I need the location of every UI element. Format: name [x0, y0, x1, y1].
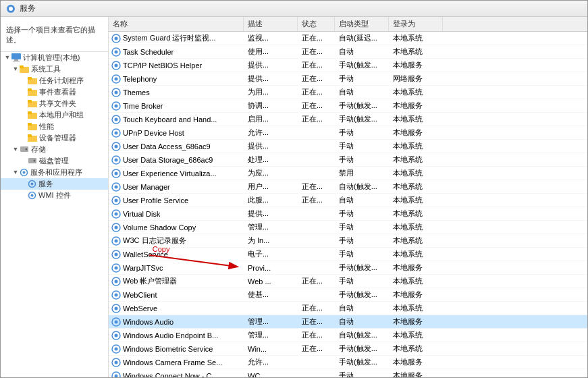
service-row[interactable]: W3C 日志记录服务 为 In... 手动 本地系统 — [109, 234, 587, 248]
tree-item-performance[interactable]: 性能 — [1, 121, 108, 132]
service-name-col: WebServe — [109, 303, 244, 314]
service-name: Volume Shadow Copy — [123, 223, 196, 232]
service-name: System Guard 运行时监视... — [123, 33, 216, 43]
service-login: 本地系统 — [389, 248, 443, 260]
tree-item-shared-folders[interactable]: 共享文件夹 — [1, 98, 108, 109]
service-icon — [111, 101, 121, 111]
tree-item-device-manager[interactable]: 设备管理器 — [1, 132, 108, 144]
service-startup: 手动 — [335, 221, 389, 233]
tree-container: ▼ 计算机管理(本地) ▼ 系统工具 任务计划程序 事件查看器 共享文件夹 本地… — [1, 52, 108, 201]
svg-rect-3 — [14, 59, 18, 61]
svg-rect-10 — [28, 88, 32, 91]
tree-item-local-users[interactable]: 本地用户和组 — [1, 109, 108, 121]
service-name: Windows Biometric Service — [123, 345, 213, 353]
service-login: 本地服务 — [389, 289, 443, 300]
tree-item-wmi[interactable]: WMI 控件 — [1, 190, 108, 201]
tree-item-storage[interactable]: ▼ 存储 — [1, 144, 108, 155]
svg-point-74 — [115, 333, 118, 337]
service-name-col: WebClient — [109, 290, 244, 300]
service-name: Themes — [123, 88, 150, 97]
service-row[interactable]: Task Scheduler 使用... 正在... 自动 本地系统 — [109, 45, 587, 59]
svg-point-28 — [31, 194, 34, 196]
service-icon — [111, 223, 121, 232]
tree-icon-local-users — [28, 111, 37, 119]
service-row[interactable]: User Profile Service 此服... 正在... 自动 本地系统 — [109, 194, 587, 207]
service-row[interactable]: WebClient 使基... 手动(触发... 本地服务 — [109, 288, 587, 302]
service-row[interactable]: WarpJITSvc Provi... 手动(触发... 本地服务 — [109, 261, 587, 275]
tree-icon-services-apps — [20, 168, 28, 177]
service-row[interactable]: TCP/IP NetBIOS Helper 提供... 正在... 手动(触发.… — [109, 59, 587, 72]
service-row[interactable]: Themes 为用... 正在... 自动 本地系统 — [109, 86, 587, 99]
tree-item-event-viewer[interactable]: 事件查看器 — [1, 86, 108, 98]
service-row[interactable]: Windows Biometric Service Win... 正在... 手… — [109, 342, 587, 356]
service-startup: 手动(触发... — [335, 343, 389, 354]
service-status: 正在... — [298, 181, 335, 192]
service-login: 本地系统 — [389, 140, 443, 152]
service-name-col: Telephony — [109, 74, 244, 84]
service-row[interactable]: Windows Connect Now - C... WC... 手动 本地服务 — [109, 369, 587, 377]
tree-item-system-tools[interactable]: ▼ 系统工具 — [1, 63, 108, 75]
svg-point-68 — [115, 293, 118, 296]
service-desc: 管理... — [244, 329, 298, 341]
service-row[interactable]: WebServe 正在... 自动 本地系统 — [109, 302, 587, 315]
service-name: Task Scheduler — [123, 48, 173, 56]
tree-label-local-users: 本地用户和组 — [39, 110, 84, 120]
col-header-login[interactable]: 登录为 — [389, 17, 443, 31]
service-row[interactable]: UPnP Device Host 允许... 手动 本地服务 — [109, 126, 587, 140]
service-row[interactable]: Web 帐户管理器 Web ... 正在... 手动 本地系统 — [109, 275, 587, 288]
tree-label-task-scheduler: 任务计划程序 — [39, 76, 84, 86]
service-row[interactable]: Windows Audio Endpoint B... 管理... 正在... … — [109, 329, 587, 342]
service-row[interactable]: User Data Access_686ac9 提供... 手动 本地系统 — [109, 140, 587, 153]
tree-item-task-scheduler[interactable]: 任务计划程序 — [1, 75, 108, 86]
service-row[interactable]: System Guard 运行时监视... 监视... 正在... 自动(延迟.… — [109, 32, 587, 45]
service-login: 本地服务 — [389, 356, 443, 368]
service-status: 正在... — [298, 73, 335, 84]
service-startup: 禁用 — [335, 167, 389, 179]
service-desc: 电子... — [244, 248, 298, 260]
service-row[interactable]: Time Broker 协调... 正在... 手动(触发... 本地服务 — [109, 99, 587, 113]
tree-icon-shared-folders — [28, 99, 37, 107]
svg-point-70 — [115, 306, 118, 310]
service-row[interactable]: User Experience Virtualiza... 为应... 禁用 本… — [109, 167, 587, 180]
service-row[interactable]: User Data Storage_686ac9 处理... 手动 本地系统 — [109, 153, 587, 167]
service-desc: 此服... — [244, 194, 298, 206]
tree-item-disk-management[interactable]: 磁盘管理 — [1, 155, 108, 167]
col-header-desc[interactable]: 描述 — [244, 17, 298, 31]
service-row[interactable]: WalletService 电子... 手动 本地系统 — [109, 248, 587, 261]
col-header-status[interactable]: 状态 — [298, 17, 335, 31]
service-row[interactable]: Touch Keyboard and Hand... 启用... 正在... 手… — [109, 113, 587, 126]
service-login: 本地系统 — [389, 86, 443, 98]
service-status: 正在... — [298, 329, 335, 341]
tree-item-services[interactable]: 服务 — [1, 178, 108, 190]
svg-point-52 — [115, 185, 118, 188]
service-icon — [111, 331, 121, 340]
service-row[interactable]: Windows Audio 管理... 正在... 自动 本地服务 — [109, 315, 587, 329]
service-desc: 提供... — [244, 140, 298, 152]
service-name: Windows Camera Frame Se... — [123, 358, 222, 367]
service-row[interactable]: Telephony 提供... 正在... 手动 网络服务 — [109, 72, 587, 86]
service-row[interactable]: Windows Camera Frame Se... 允许... 手动(触发..… — [109, 356, 587, 369]
service-icon — [111, 277, 121, 286]
tree-item-services-apps[interactable]: ▼ 服务和应用程序 — [1, 167, 108, 178]
service-row[interactable]: User Manager 用户... 正在... 自动(触发... 本地系统 — [109, 180, 587, 194]
service-name-col: UPnP Device Host — [109, 128, 244, 138]
col-header-startup[interactable]: 启动类型 — [335, 17, 389, 31]
tree-label-services: 服务 — [38, 179, 53, 189]
service-status: 正在... — [298, 316, 335, 327]
service-icon — [111, 34, 121, 43]
service-row[interactable]: Volume Shadow Copy 管理... 手动 本地系统 — [109, 221, 587, 234]
svg-point-42 — [115, 117, 118, 121]
service-startup: 自动(触发... — [335, 329, 389, 341]
service-desc: 用户... — [244, 181, 298, 192]
service-row[interactable]: Virtual Disk 提供... 手动 本地系统 — [109, 207, 587, 221]
tree-item-computer[interactable]: ▼ 计算机管理(本地) — [1, 52, 108, 63]
service-desc: Web ... — [244, 277, 298, 286]
service-name-col: TCP/IP NetBIOS Helper — [109, 60, 244, 71]
service-name: WarpJITSvc — [123, 264, 163, 272]
service-login: 本地系统 — [389, 46, 443, 57]
col-header-name[interactable]: 名称 — [109, 17, 244, 31]
service-login: 本地系统 — [389, 235, 443, 246]
service-status — [298, 294, 335, 296]
svg-point-60 — [115, 239, 118, 242]
column-headers: 名称 描述 状态 启动类型 登录为 — [109, 17, 587, 32]
